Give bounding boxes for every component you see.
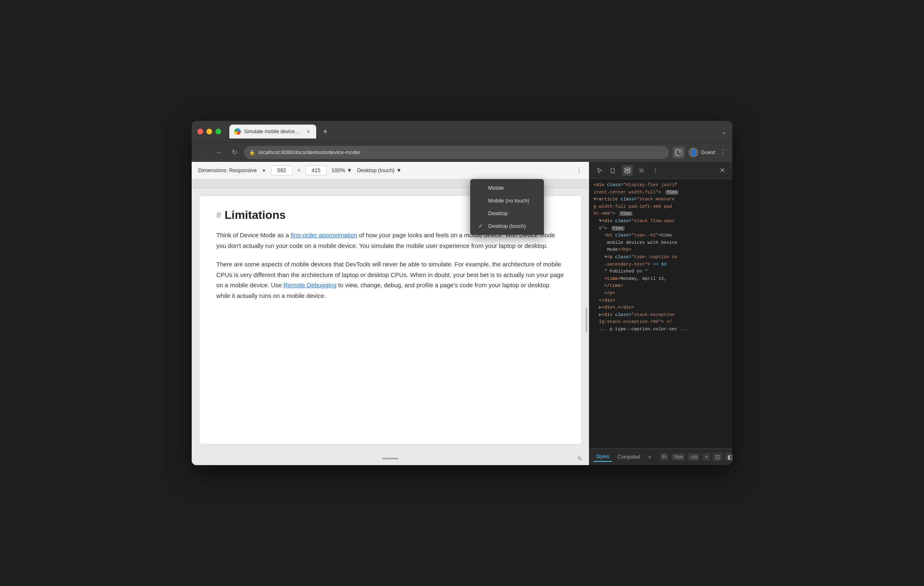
svg-rect-3: [679, 152, 681, 152]
dimension-separator: ×: [297, 167, 301, 173]
svg-rect-4: [611, 168, 614, 173]
browser-menu-button[interactable]: ⋮: [719, 148, 727, 157]
dropdown-item-label: Desktop (touch): [488, 223, 526, 229]
lock-icon: 🔒: [249, 150, 255, 155]
html-line-8: <h1 class="type--h2">Simu: [592, 232, 730, 239]
toolbar-more-button[interactable]: ⋮: [576, 166, 582, 174]
hover-toggle[interactable]: :hov: [672, 453, 685, 461]
device-type-label: Desktop (touch): [357, 167, 395, 173]
styles-tab[interactable]: Styles: [593, 452, 612, 462]
device-dropdown-menu: Mobile Mobile (no touch) Desktop ✓ Deskt…: [470, 179, 544, 235]
devtools-panel: ⋮ ✕ <div class="display-flex justif iten…: [589, 162, 732, 465]
html-line-11: ▼<p class="type--caption co: [592, 254, 730, 261]
minimize-button[interactable]: [206, 129, 212, 134]
dropdown-item-desktop-touch[interactable]: ✓ Desktop (touch): [470, 220, 544, 232]
dropdown-item-desktop[interactable]: Desktop: [470, 207, 544, 220]
close-button[interactable]: [197, 129, 203, 134]
html-line-10: Mode</h1>: [592, 246, 730, 254]
active-tab[interactable]: Simulate mobile devices with D ✕: [229, 125, 316, 139]
close-devtools-icon[interactable]: ✕: [717, 165, 727, 176]
url-bar[interactable]: 🔒 localhost:8080/docs/devtools/device-mo…: [244, 146, 669, 159]
zoom-dropdown[interactable]: 100% ▼: [332, 167, 352, 173]
html-line-7: 0"> flex: [592, 225, 730, 232]
svg-rect-7: [626, 169, 629, 170]
traffic-lights: [197, 129, 221, 134]
address-right-controls: 👤 Guest ⋮: [673, 147, 727, 158]
avatar: 👤: [688, 148, 698, 157]
zoom-chevron-icon: ▼: [347, 167, 352, 173]
dimensions-label: Dimensions: Responsive: [198, 167, 257, 173]
html-line-4: g width-full pad-left-400 pad: [592, 203, 730, 211]
dropdown-item-mobile[interactable]: Mobile: [470, 182, 544, 194]
html-line-18: ▶<div>…</div>: [592, 304, 730, 311]
computed-sidebar-button[interactable]: ◧: [725, 453, 732, 461]
heading-hash: #: [216, 210, 221, 220]
html-line-16: </p>: [592, 290, 730, 297]
bottom-handle: [382, 458, 399, 459]
more-tools-icon[interactable]: ⋮: [650, 165, 661, 176]
elements-icon[interactable]: [622, 165, 633, 176]
maximize-button[interactable]: [215, 129, 221, 134]
remote-debugging-link[interactable]: Remote Debugging: [283, 282, 336, 288]
dropdown-item-mobile-no-touch[interactable]: Mobile (no touch): [470, 194, 544, 207]
dropdown-item-label: Mobile: [488, 185, 504, 191]
html-line-15: </time>: [592, 282, 730, 290]
cls-toggle[interactable]: .cls: [688, 453, 700, 461]
tab-title: Simulate mobile devices with D: [244, 129, 301, 134]
heading-text: Limitations: [224, 209, 285, 222]
svg-rect-8: [626, 170, 629, 171]
html-line-21: ... p.type--caption.color-sec ...: [592, 326, 730, 333]
width-input[interactable]: [271, 166, 292, 175]
element-screenshot-button[interactable]: ⊡: [713, 453, 722, 461]
para1-text-before: Think of Device Mode as a: [216, 232, 291, 238]
pencil-icon: ✎: [577, 455, 582, 463]
device-chevron-icon: ▼: [396, 167, 401, 173]
profile-name: Guest: [701, 149, 715, 155]
device-mode-icon[interactable]: [608, 165, 619, 176]
svg-point-9: [641, 169, 643, 171]
html-line-12: -secondary-text"> == $0: [592, 261, 730, 268]
html-line-2: itent-center width-full"> flex: [592, 189, 730, 196]
devtools-html-content: <div class="display-flex justif itent-ce…: [589, 179, 732, 448]
device-type-dropdown[interactable]: Desktop (touch) ▼: [357, 167, 402, 173]
chevron-down-icon[interactable]: ⌄: [721, 128, 727, 136]
page-bottom-bar: ✎: [192, 452, 589, 465]
settings-icon[interactable]: [636, 165, 647, 176]
computed-tab[interactable]: Computed: [615, 452, 643, 461]
title-bar: Simulate mobile devices with D ✕ + ⌄: [192, 121, 732, 142]
cursor-icon[interactable]: [594, 165, 605, 176]
zoom-value: 100%: [332, 167, 345, 173]
html-line-17: </div>: [592, 297, 730, 304]
url-text: localhost:8080/docs/devtools/device-mode…: [258, 149, 360, 155]
devtools-toggle-button[interactable]: [673, 147, 684, 158]
address-bar: ← → ↻ 🔒 localhost:8080/docs/devtools/dev…: [192, 142, 732, 162]
back-button[interactable]: ←: [197, 147, 209, 158]
profile-button[interactable]: 👤 Guest: [688, 148, 715, 157]
tab-close-button[interactable]: ✕: [305, 128, 311, 135]
html-line-13: " Published on ": [592, 268, 730, 275]
html-line-6: ▼<div class="stack flow-spac: [592, 218, 730, 225]
html-line-19: ▶<div class="stack-exception: [592, 311, 730, 319]
add-style-button[interactable]: +: [703, 453, 710, 461]
html-line-9: mobile devices with Device: [592, 239, 730, 247]
check-icon: ✓: [478, 223, 484, 229]
devtools-toolbar: ⋮ ✕: [589, 162, 732, 179]
new-tab-button[interactable]: +: [319, 126, 331, 137]
html-line-1: <div class="display-flex justif: [592, 182, 730, 189]
chevron-right-icon[interactable]: »: [646, 452, 654, 461]
reload-button[interactable]: ↻: [229, 147, 240, 158]
dimensions-chevron: ▼: [262, 168, 266, 173]
title-bar-right: ⌄: [721, 128, 727, 136]
device-toolbar: Dimensions: Responsive ▼ × 100% ▼ Deskto…: [192, 162, 589, 179]
browser-window: Simulate mobile devices with D ✕ + ⌄ ← →…: [192, 121, 732, 465]
devtools-bottom-bar: Styles Computed » Fi :hov .cls + ⊡ ◧: [589, 448, 732, 465]
main-area: Dimensions: Responsive ▼ × 100% ▼ Deskto…: [192, 162, 732, 465]
forward-button[interactable]: →: [213, 147, 224, 158]
filter-input[interactable]: Fi: [660, 453, 668, 461]
scroll-handle[interactable]: [586, 308, 587, 332]
height-input[interactable]: [306, 166, 327, 175]
svg-rect-5: [612, 173, 613, 173]
first-order-link[interactable]: first-order approximation: [291, 232, 358, 238]
html-line-14: <time>Monday, April 13,: [592, 275, 730, 283]
html-line-3: ▼<article class="stack measure: [592, 196, 730, 203]
